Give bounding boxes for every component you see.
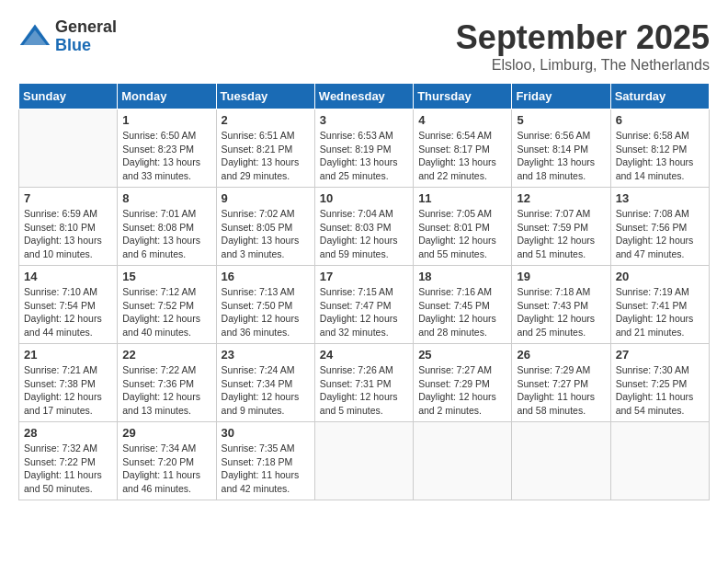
week-row-5: 28Sunrise: 7:32 AM Sunset: 7:22 PM Dayli… (19, 422, 710, 500)
location: Elsloo, Limburg, The Netherlands (456, 57, 710, 74)
day-number: 27 (616, 348, 704, 362)
weekday-header-friday: Friday (512, 84, 610, 109)
day-info: Sunrise: 6:56 AM Sunset: 8:14 PM Dayligh… (517, 129, 605, 183)
calendar-cell: 9Sunrise: 7:02 AM Sunset: 8:05 PM Daylig… (216, 188, 314, 266)
calendar-cell (19, 109, 118, 188)
calendar-cell: 8Sunrise: 7:01 AM Sunset: 8:08 PM Daylig… (118, 188, 216, 266)
day-info: Sunrise: 6:54 AM Sunset: 8:17 PM Dayligh… (418, 129, 506, 183)
month-title: September 2025 (456, 18, 710, 57)
page-header: General Blue September 2025 Elsloo, Limb… (18, 18, 710, 74)
day-info: Sunrise: 6:51 AM Sunset: 8:21 PM Dayligh… (222, 129, 310, 183)
day-number: 10 (320, 191, 408, 205)
day-number: 19 (517, 270, 605, 283)
calendar-cell: 29Sunrise: 7:34 AM Sunset: 7:20 PM Dayli… (118, 422, 216, 500)
day-number: 29 (122, 426, 210, 440)
logo-blue: Blue (55, 37, 117, 55)
calendar-cell: 3Sunrise: 6:53 AM Sunset: 8:19 PM Daylig… (314, 109, 413, 188)
week-row-2: 7Sunrise: 6:59 AM Sunset: 8:10 PM Daylig… (19, 188, 710, 266)
calendar-cell: 21Sunrise: 7:21 AM Sunset: 7:38 PM Dayli… (19, 344, 118, 422)
day-number: 11 (418, 191, 506, 205)
calendar-cell: 20Sunrise: 7:19 AM Sunset: 7:41 PM Dayli… (610, 266, 709, 344)
day-info: Sunrise: 6:50 AM Sunset: 8:23 PM Dayligh… (122, 129, 210, 183)
calendar-cell: 26Sunrise: 7:29 AM Sunset: 7:27 PM Dayli… (512, 344, 610, 422)
weekday-header-thursday: Thursday (414, 84, 512, 109)
day-number: 9 (222, 191, 310, 205)
day-info: Sunrise: 7:29 AM Sunset: 7:27 PM Dayligh… (517, 363, 605, 418)
calendar-cell: 13Sunrise: 7:08 AM Sunset: 7:56 PM Dayli… (610, 188, 709, 266)
day-number: 5 (517, 113, 605, 127)
day-number: 8 (122, 191, 210, 205)
calendar-cell: 2Sunrise: 6:51 AM Sunset: 8:21 PM Daylig… (216, 109, 314, 188)
day-number: 21 (24, 348, 112, 362)
week-row-4: 21Sunrise: 7:21 AM Sunset: 7:38 PM Dayli… (19, 344, 710, 422)
calendar-cell: 1Sunrise: 6:50 AM Sunset: 8:23 PM Daylig… (118, 109, 216, 188)
calendar-cell: 14Sunrise: 7:10 AM Sunset: 7:54 PM Dayli… (19, 266, 118, 344)
calendar-cell (610, 422, 709, 500)
day-info: Sunrise: 7:04 AM Sunset: 8:03 PM Dayligh… (320, 207, 408, 261)
calendar-cell: 25Sunrise: 7:27 AM Sunset: 7:29 PM Dayli… (414, 344, 512, 422)
calendar-cell: 4Sunrise: 6:54 AM Sunset: 8:17 PM Daylig… (414, 109, 512, 188)
day-number: 23 (222, 348, 310, 362)
calendar-cell: 11Sunrise: 7:05 AM Sunset: 8:01 PM Dayli… (414, 188, 512, 266)
day-number: 30 (222, 426, 310, 440)
day-number: 12 (517, 191, 605, 205)
day-info: Sunrise: 7:35 AM Sunset: 7:18 PM Dayligh… (222, 442, 310, 496)
logo-icon (18, 20, 51, 53)
calendar-cell: 6Sunrise: 6:58 AM Sunset: 8:12 PM Daylig… (610, 109, 709, 188)
calendar-cell: 24Sunrise: 7:26 AM Sunset: 7:31 PM Dayli… (314, 344, 413, 422)
calendar-cell: 19Sunrise: 7:18 AM Sunset: 7:43 PM Dayli… (512, 266, 610, 344)
day-info: Sunrise: 7:15 AM Sunset: 7:47 PM Dayligh… (320, 285, 408, 339)
day-info: Sunrise: 7:19 AM Sunset: 7:41 PM Dayligh… (616, 285, 704, 339)
day-number: 25 (418, 348, 506, 362)
day-info: Sunrise: 7:16 AM Sunset: 7:45 PM Dayligh… (418, 285, 506, 339)
day-number: 18 (418, 270, 506, 283)
day-info: Sunrise: 7:34 AM Sunset: 7:20 PM Dayligh… (122, 442, 210, 496)
day-info: Sunrise: 7:10 AM Sunset: 7:54 PM Dayligh… (24, 285, 112, 339)
day-info: Sunrise: 7:02 AM Sunset: 8:05 PM Dayligh… (222, 207, 310, 261)
day-info: Sunrise: 7:22 AM Sunset: 7:36 PM Dayligh… (122, 363, 210, 418)
day-number: 24 (320, 348, 408, 362)
day-number: 3 (320, 113, 408, 127)
day-number: 22 (122, 348, 210, 362)
day-info: Sunrise: 7:26 AM Sunset: 7:31 PM Dayligh… (320, 363, 408, 418)
calendar-cell (314, 422, 413, 500)
day-number: 2 (222, 113, 310, 127)
weekday-header-tuesday: Tuesday (216, 84, 314, 109)
weekday-header-saturday: Saturday (610, 84, 709, 109)
day-info: Sunrise: 7:07 AM Sunset: 7:59 PM Dayligh… (517, 207, 605, 261)
day-info: Sunrise: 7:12 AM Sunset: 7:52 PM Dayligh… (122, 285, 210, 339)
day-number: 16 (222, 270, 310, 283)
calendar-cell: 23Sunrise: 7:24 AM Sunset: 7:34 PM Dayli… (216, 344, 314, 422)
day-number: 17 (320, 270, 408, 283)
calendar-cell (512, 422, 610, 500)
calendar-cell: 18Sunrise: 7:16 AM Sunset: 7:45 PM Dayli… (414, 266, 512, 344)
day-number: 6 (616, 113, 704, 127)
calendar-cell: 16Sunrise: 7:13 AM Sunset: 7:50 PM Dayli… (216, 266, 314, 344)
day-number: 4 (418, 113, 506, 127)
day-info: Sunrise: 6:58 AM Sunset: 8:12 PM Dayligh… (616, 129, 704, 183)
day-number: 26 (517, 348, 605, 362)
logo-text: General Blue (55, 18, 117, 55)
calendar-cell: 15Sunrise: 7:12 AM Sunset: 7:52 PM Dayli… (118, 266, 216, 344)
day-number: 1 (122, 113, 210, 127)
calendar-cell: 5Sunrise: 6:56 AM Sunset: 8:14 PM Daylig… (512, 109, 610, 188)
calendar-cell: 17Sunrise: 7:15 AM Sunset: 7:47 PM Dayli… (314, 266, 413, 344)
logo-general: General (55, 18, 117, 37)
day-info: Sunrise: 7:21 AM Sunset: 7:38 PM Dayligh… (24, 363, 112, 418)
day-info: Sunrise: 7:27 AM Sunset: 7:29 PM Dayligh… (418, 363, 506, 418)
day-info: Sunrise: 7:05 AM Sunset: 8:01 PM Dayligh… (418, 207, 506, 261)
day-info: Sunrise: 6:53 AM Sunset: 8:19 PM Dayligh… (320, 129, 408, 183)
weekday-header-row: SundayMondayTuesdayWednesdayThursdayFrid… (19, 84, 710, 109)
calendar: SundayMondayTuesdayWednesdayThursdayFrid… (18, 83, 710, 500)
day-info: Sunrise: 7:01 AM Sunset: 8:08 PM Dayligh… (122, 207, 210, 261)
calendar-cell: 22Sunrise: 7:22 AM Sunset: 7:36 PM Dayli… (118, 344, 216, 422)
title-block: September 2025 Elsloo, Limburg, The Neth… (456, 18, 710, 74)
calendar-cell: 30Sunrise: 7:35 AM Sunset: 7:18 PM Dayli… (216, 422, 314, 500)
weekday-header-sunday: Sunday (19, 84, 118, 109)
day-info: Sunrise: 7:13 AM Sunset: 7:50 PM Dayligh… (222, 285, 310, 339)
week-row-1: 1Sunrise: 6:50 AM Sunset: 8:23 PM Daylig… (19, 109, 710, 188)
day-info: Sunrise: 6:59 AM Sunset: 8:10 PM Dayligh… (24, 207, 112, 261)
calendar-cell (414, 422, 512, 500)
weekday-header-wednesday: Wednesday (314, 84, 413, 109)
calendar-cell: 10Sunrise: 7:04 AM Sunset: 8:03 PM Dayli… (314, 188, 413, 266)
